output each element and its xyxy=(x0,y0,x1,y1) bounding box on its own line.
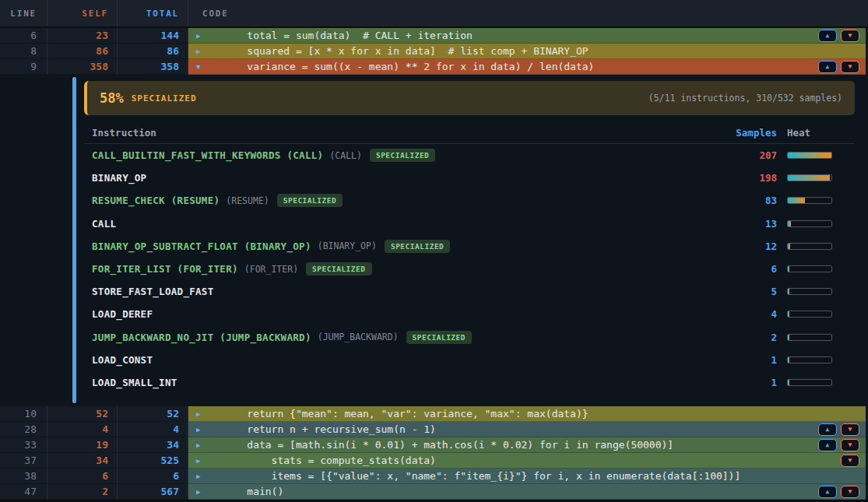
jump-down-button[interactable]: ▼ xyxy=(841,423,859,436)
column-header-code: CODE xyxy=(188,0,868,26)
instruction-name: CALL_BUILTIN_FAST_WITH_KEYWORDS (CALL) xyxy=(92,149,323,161)
specialized-badge: SPECIALIZED xyxy=(277,194,343,207)
panel-accent-bar xyxy=(72,77,76,403)
source-code: stats = compute_stats(data) xyxy=(223,453,436,468)
line-number: 6 xyxy=(0,28,47,44)
code-row-line-28: 28 4 4 ▶ return n + recursive_sum(n - 1)… xyxy=(0,422,868,437)
specialized-percent: 58% xyxy=(100,90,124,106)
instruction-row: RESUME_CHECK (RESUME) (RESUME) SPECIALIZ… xyxy=(84,189,855,212)
heat-bar xyxy=(787,174,832,181)
source-code: data = [math.sin(i * 0.01) + math.cos(i … xyxy=(223,437,673,452)
expand-arrow-icon[interactable]: ▶ xyxy=(196,457,207,465)
source-code: return {"mean": mean, "var": variance, "… xyxy=(223,406,589,421)
instruction-name: JUMP_BACKWARD_NO_JIT (JUMP_BACKWARD) xyxy=(92,332,311,343)
expand-arrow-icon[interactable]: ▶ xyxy=(196,441,207,449)
heat-bar-fill xyxy=(788,198,805,203)
instruction-name: FOR_ITER_LIST (FOR_ITER) xyxy=(92,263,238,275)
code-cell[interactable]: ▶ return {"mean": mean, "var": variance,… xyxy=(188,406,866,422)
heat-bar-fill xyxy=(788,153,831,158)
base-instruction: (BINARY_OP) xyxy=(318,240,377,251)
self-samples: 358 xyxy=(47,59,118,75)
instruction-name: BINARY_OP xyxy=(92,172,146,184)
source-code: main() xyxy=(223,484,283,499)
code-row-line-6: 6 23 144 ▶ total = sum(data) # CALL + it… xyxy=(0,28,868,44)
base-instruction: (FOR_ITER) xyxy=(244,264,298,275)
instruction-row: BINARY_OP 198 xyxy=(84,167,855,189)
line-number: 47 xyxy=(0,484,47,500)
heat-bar-fill xyxy=(788,357,789,363)
jump-up-button[interactable]: ▲ xyxy=(818,423,837,436)
instruction-row: LOAD_SMALL_INT 1 xyxy=(84,371,855,394)
total-samples: 86 xyxy=(118,44,188,59)
heat-bar xyxy=(787,334,832,341)
collapse-arrow-icon[interactable]: ▼ xyxy=(196,63,207,71)
heat-bar-fill xyxy=(788,335,789,340)
expand-arrow-icon[interactable]: ▶ xyxy=(196,410,207,418)
table-header: LINE SELF TOTAL CODE xyxy=(0,0,868,28)
self-samples: 4 xyxy=(47,422,118,437)
jump-down-button[interactable]: ▼ xyxy=(841,439,859,451)
specialized-detail: (5/11 instructions, 310/532 samples) xyxy=(648,93,842,104)
column-header-total[interactable]: TOTAL xyxy=(118,0,188,26)
samples-column-header[interactable]: Samples xyxy=(722,127,777,139)
code-cell[interactable]: ▶ main() ▲ ▼ xyxy=(188,484,866,500)
jump-up-button[interactable]: ▲ xyxy=(818,30,837,42)
heat-bar-fill xyxy=(788,311,789,317)
heat-column-header: Heat xyxy=(787,127,855,139)
instruction-samples: 6 xyxy=(722,263,777,275)
column-header-self[interactable]: SELF xyxy=(47,0,118,26)
code-row-line-33: 33 19 34 ▶ data = [math.sin(i * 0.01) + … xyxy=(0,437,868,453)
instruction-name: CALL xyxy=(92,218,116,230)
jump-down-button[interactable]: ▼ xyxy=(841,455,859,467)
code-cell[interactable]: ▶ data = [math.sin(i * 0.01) + math.cos(… xyxy=(188,437,866,453)
instruction-samples: 83 xyxy=(722,195,777,206)
expand-arrow-icon[interactable]: ▶ xyxy=(196,47,207,55)
code-cell[interactable]: ▶ return n + recursive_sum(n - 1) ▲ ▼ xyxy=(188,422,866,437)
instruction-row: CALL 13 xyxy=(84,212,855,235)
instruction-table-header: Instruction Samples Heat xyxy=(84,121,855,144)
total-samples: 52 xyxy=(118,406,188,422)
line-number: 8 xyxy=(0,44,47,59)
expand-arrow-icon[interactable]: ▶ xyxy=(196,426,207,434)
self-samples: 86 xyxy=(47,44,118,59)
code-cell[interactable]: ▶ total = sum(data) # CALL + iteration ▲… xyxy=(188,28,866,44)
total-samples: 34 xyxy=(118,437,188,453)
jump-up-button[interactable]: ▲ xyxy=(818,486,837,498)
heat-bar-fill xyxy=(788,266,789,272)
jump-up-button[interactable]: ▲ xyxy=(818,439,837,451)
instruction-row: LOAD_CONST 1 xyxy=(84,349,855,371)
instruction-row: STORE_FAST_LOAD_FAST 5 xyxy=(84,280,855,303)
code-cell[interactable]: ▶ stats = compute_stats(data) ▼ xyxy=(188,453,866,469)
heat-bar xyxy=(787,288,832,295)
heat-bar-fill xyxy=(788,175,830,181)
jump-down-button[interactable]: ▼ xyxy=(841,30,859,42)
expand-arrow-icon[interactable]: ▶ xyxy=(196,32,207,40)
instruction-samples: 1 xyxy=(722,354,777,366)
code-row-line-9: 9 358 358 ▼ variance = sum((x - mean) **… xyxy=(0,59,868,75)
total-samples: 6 xyxy=(118,469,188,484)
specialized-label: SPECIALIZED xyxy=(132,93,197,104)
instruction-name: RESUME_CHECK (RESUME) xyxy=(92,195,220,206)
specialized-badge: SPECIALIZED xyxy=(406,331,472,344)
instruction-row: JUMP_BACKWARD_NO_JIT (JUMP_BACKWARD) (JU… xyxy=(84,326,855,349)
heat-bar xyxy=(787,379,832,386)
source-code: total = sum(data) # CALL + iteration xyxy=(223,28,473,43)
instruction-samples: 12 xyxy=(722,240,777,252)
total-samples: 4 xyxy=(118,422,188,437)
code-cell[interactable]: ▼ variance = sum((x - mean) ** 2 for x i… xyxy=(188,59,866,75)
jump-down-button[interactable]: ▼ xyxy=(841,61,859,73)
self-samples: 19 xyxy=(47,437,118,453)
heat-bar-fill xyxy=(788,289,789,294)
code-cell[interactable]: ▶ squared = [x * x for x in data] # list… xyxy=(188,44,866,59)
code-cell[interactable]: ▶ items = [{"value": x, "name": f"item_{… xyxy=(188,469,866,484)
instruction-samples: 13 xyxy=(722,218,777,230)
instruction-samples: 4 xyxy=(722,308,777,320)
instruction-detail-panel: 58% SPECIALIZED (5/11 instructions, 310/… xyxy=(0,75,868,406)
jump-down-button[interactable]: ▼ xyxy=(841,486,859,498)
jump-up-button[interactable]: ▲ xyxy=(818,61,837,73)
self-samples: 2 xyxy=(47,484,118,500)
expand-arrow-icon[interactable]: ▶ xyxy=(196,472,207,480)
instruction-name: STORE_FAST_LOAD_FAST xyxy=(92,286,214,297)
expand-arrow-icon[interactable]: ▶ xyxy=(196,488,207,496)
instruction-row: CALL_BUILTIN_FAST_WITH_KEYWORDS (CALL) (… xyxy=(84,144,855,167)
